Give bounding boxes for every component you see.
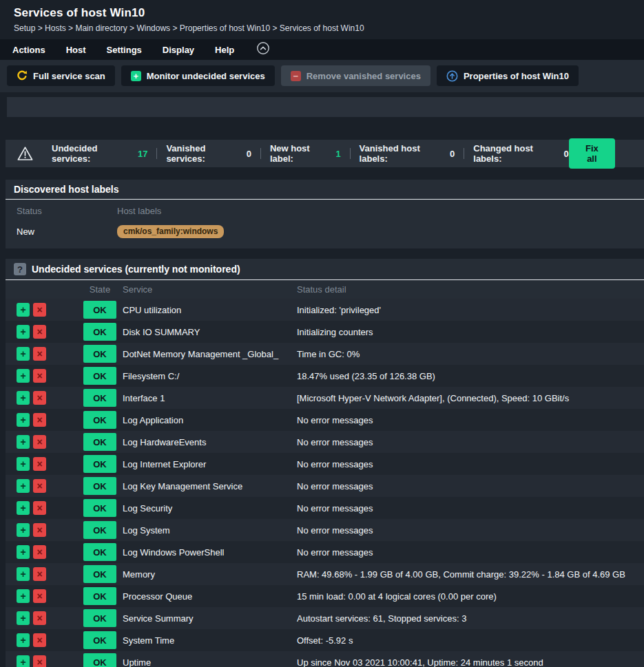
monitor-service-button[interactable]: + [17, 501, 30, 515]
disable-service-button[interactable]: × [33, 391, 46, 405]
summary-stat: Vanished services: 0 [166, 143, 270, 164]
monitor-service-button[interactable]: + [17, 457, 30, 471]
disable-service-button[interactable]: × [33, 567, 46, 581]
service-name: Log System [123, 525, 297, 536]
monitor-service-button[interactable]: + [17, 655, 30, 667]
status-badge: OK [83, 411, 116, 429]
table-row: + × OK Filesystem C:/ 18.47% used (23.35… [6, 365, 644, 387]
disable-service-button[interactable]: × [33, 479, 46, 493]
row-actions: + × [6, 457, 83, 471]
monitor-service-button[interactable]: + [17, 589, 30, 603]
column-header-state: State [83, 284, 116, 295]
page-header: Services of host Win10 Setup > Hosts > M… [0, 0, 644, 33]
service-status-detail: No error messages [297, 547, 644, 558]
disable-service-button[interactable]: × [33, 523, 46, 537]
monitor-service-button[interactable]: + [17, 545, 30, 559]
status-badge: OK [83, 653, 116, 667]
fix-all-button[interactable]: Fix all [569, 138, 615, 169]
separator [260, 148, 261, 159]
remove-vanished-services-button[interactable]: − Remove vanished services [281, 65, 430, 86]
discovery-summary-bar: Undecided services: 17 Vanished services… [6, 140, 644, 167]
breadcrumb[interactable]: Setup > Hosts > Main directory > Windows… [14, 23, 644, 33]
disable-service-button[interactable]: × [33, 589, 46, 603]
service-status-detail: [Microsoft Hyper-V Network Adapter], (Co… [297, 393, 644, 403]
row-actions: + × [6, 633, 83, 647]
disable-service-button[interactable]: × [33, 457, 46, 471]
monitor-service-button[interactable]: + [17, 479, 30, 493]
row-actions: + × [6, 611, 83, 625]
table-row: + × OK Log Internet Explorer No error me… [6, 453, 644, 475]
monitor-service-button[interactable]: + [17, 633, 30, 647]
discovered-host-labels-panel: Discovered host labels Status Host label… [6, 180, 644, 248]
status-badge: OK [83, 587, 116, 605]
help-icon[interactable]: ? [14, 263, 26, 275]
status-badge: OK [83, 323, 116, 341]
status-badge: OK [83, 477, 116, 495]
services-heading-label: Undecided services (currently not monito… [32, 264, 240, 275]
service-name: Memory [123, 569, 297, 580]
row-actions: + × [6, 369, 83, 383]
disable-service-button[interactable]: × [33, 435, 46, 449]
plus-icon: + [131, 71, 141, 81]
table-row: + × OK Log System No error messages [6, 519, 644, 541]
monitor-undecided-services-button[interactable]: + Monitor undecided services [121, 65, 275, 86]
full-service-scan-button[interactable]: Full service scan [7, 65, 115, 86]
table-row: + × OK Log Key Management Service No err… [6, 475, 644, 497]
disable-service-button[interactable]: × [33, 655, 46, 667]
service-name: Uptime [123, 657, 297, 667]
service-name: System Time [123, 635, 297, 646]
disable-service-button[interactable]: × [33, 413, 46, 427]
monitor-service-button[interactable]: + [17, 325, 30, 339]
monitor-service-button[interactable]: + [17, 567, 30, 581]
services-column-headers: State Service Status detail [6, 280, 644, 299]
disable-service-button[interactable]: × [33, 545, 46, 559]
row-actions: + × [6, 303, 83, 317]
status-badge: OK [83, 455, 116, 473]
service-name: Log Key Management Service [123, 481, 297, 491]
service-name: Service Summary [123, 613, 297, 624]
service-name: CPU utilization [123, 305, 297, 315]
undecided-services-panel: ? Undecided services (currently not moni… [6, 259, 644, 667]
service-status-detail: RAM: 49.68% - 1.99 GB of 4.00 GB, Commit… [297, 569, 644, 580]
menu-item[interactable]: Actions [12, 45, 45, 55]
row-actions: + × [6, 413, 83, 427]
disable-service-button[interactable]: × [33, 303, 46, 317]
table-row: + × OK Service Summary Autostart service… [6, 607, 644, 629]
monitor-service-button[interactable]: + [17, 303, 30, 317]
menu-item[interactable]: Settings [107, 45, 142, 55]
host-properties-button[interactable]: Properties of host Win10 [437, 65, 579, 86]
monitor-service-button[interactable]: + [17, 523, 30, 537]
status-badge: OK [83, 301, 116, 319]
service-name: Disk IO SUMMARY [123, 327, 297, 337]
summary-stat-label: Undecided services: [52, 143, 134, 164]
disable-service-button[interactable]: × [33, 369, 46, 383]
empty-action-row [7, 97, 644, 117]
disable-service-button[interactable]: × [33, 325, 46, 339]
disable-service-button[interactable]: × [33, 633, 46, 647]
host-labels-heading: Discovered host labels [6, 180, 644, 200]
monitor-service-button[interactable]: + [17, 369, 30, 383]
host-label-status: New [17, 226, 117, 237]
monitor-service-button[interactable]: + [17, 611, 30, 625]
monitor-service-button[interactable]: + [17, 413, 30, 427]
monitor-service-button[interactable]: + [17, 435, 30, 449]
summary-stat-value: 0 [247, 149, 251, 159]
disable-service-button[interactable]: × [33, 501, 46, 515]
table-row: + × OK DotNet Memory Management _Global_… [6, 343, 644, 365]
collapse-menu-button[interactable] [256, 41, 270, 58]
button-label: Full service scan [33, 71, 105, 81]
menu-item[interactable]: Help [215, 45, 234, 55]
summary-stat-value: 0 [563, 149, 568, 159]
menu-item[interactable]: Display [163, 45, 194, 55]
monitor-service-button[interactable]: + [17, 391, 30, 405]
service-name: Processor Queue [123, 591, 297, 602]
summary-stat-value: 1 [335, 149, 340, 159]
menu-bar: Actions Host Settings Display Help [0, 39, 644, 60]
disable-service-button[interactable]: × [33, 611, 46, 625]
table-row: + × OK Log Windows PowerShell No error m… [6, 541, 644, 563]
disable-service-button[interactable]: × [33, 347, 46, 361]
menu-item[interactable]: Host [66, 45, 86, 55]
service-status-detail: Offset: -5.92 s [297, 635, 644, 646]
row-actions: + × [6, 347, 83, 361]
monitor-service-button[interactable]: + [17, 347, 30, 361]
